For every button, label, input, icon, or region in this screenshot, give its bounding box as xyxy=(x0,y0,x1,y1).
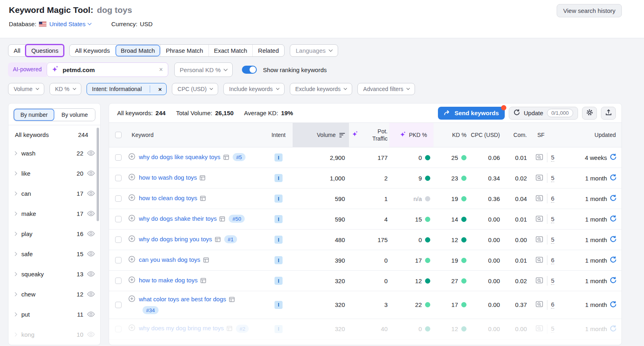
serp-preview-icon[interactable] xyxy=(536,277,543,285)
refresh-icon[interactable] xyxy=(610,256,617,264)
eye-icon[interactable] xyxy=(87,231,95,236)
refresh-icon[interactable] xyxy=(610,215,617,223)
filter-button[interactable]: Volume xyxy=(8,83,44,95)
ranking-position-badge[interactable]: #1 xyxy=(224,235,237,243)
tab[interactable]: All Keywords xyxy=(70,45,115,56)
eye-icon[interactable] xyxy=(87,271,95,277)
serp-features-icon[interactable] xyxy=(219,216,225,223)
serp-preview-icon[interactable] xyxy=(536,215,543,223)
intent-badge[interactable]: I xyxy=(275,215,283,223)
eye-icon[interactable] xyxy=(87,191,95,196)
keyword-link[interactable]: how to wash dog toys xyxy=(139,174,197,181)
row-checkbox[interactable] xyxy=(115,236,122,243)
column-pot-traffic[interactable]: Pot. Traffic xyxy=(349,123,389,147)
filter-button[interactable]: Include keywords xyxy=(223,83,284,95)
add-keyword-icon[interactable] xyxy=(128,256,135,264)
column-sf[interactable]: SF xyxy=(534,123,564,147)
serp-features-count[interactable]: 5 xyxy=(551,325,554,333)
serp-preview-icon[interactable] xyxy=(536,154,543,162)
keyword-link[interactable]: how to clean dog toys xyxy=(139,195,197,201)
serp-features-count[interactable]: 5 xyxy=(551,154,554,162)
all-keywords-row[interactable]: All keywords 244 xyxy=(8,125,100,143)
row-checkbox[interactable] xyxy=(115,216,122,222)
database-selector[interactable]: United States xyxy=(39,21,91,27)
row-checkbox[interactable] xyxy=(115,326,122,332)
send-keywords-button[interactable]: Send keywords xyxy=(438,107,505,120)
sidebar-scrollbar[interactable] xyxy=(97,128,99,221)
serp-features-count[interactable]: 5 xyxy=(551,174,554,182)
add-keyword-icon[interactable] xyxy=(128,276,135,284)
column-volume[interactable]: Volume xyxy=(293,123,349,147)
select-all-checkbox[interactable] xyxy=(115,132,122,138)
row-checkbox[interactable] xyxy=(115,278,122,284)
tab[interactable]: Broad Match xyxy=(115,45,160,56)
intent-badge[interactable]: I xyxy=(275,153,283,162)
tab[interactable]: All xyxy=(8,45,26,56)
intent-badge[interactable]: I xyxy=(275,325,283,333)
remove-filter-icon[interactable]: × xyxy=(154,86,166,93)
keyword-group-row[interactable]: play 16 xyxy=(8,224,100,244)
keyword-group-row[interactable]: like 20 xyxy=(8,163,100,183)
row-checkbox[interactable] xyxy=(115,195,122,202)
eye-icon[interactable] xyxy=(87,251,95,257)
update-button[interactable]: Update 0/1,000 xyxy=(509,107,578,120)
keyword-group-row[interactable]: make 17 xyxy=(8,203,100,224)
keyword-group-row[interactable]: safe 15 xyxy=(8,244,100,264)
row-checkbox[interactable] xyxy=(115,154,122,161)
intent-badge[interactable]: I xyxy=(275,195,283,203)
tab[interactable]: Exact Match xyxy=(208,45,253,56)
serp-preview-icon[interactable] xyxy=(536,174,543,182)
refresh-icon[interactable] xyxy=(610,236,617,244)
keyword-link[interactable]: can you wash dog toys xyxy=(139,256,200,263)
serp-preview-icon[interactable] xyxy=(536,257,543,264)
sort-by-number-button[interactable]: By number xyxy=(14,109,54,121)
keyword-group-row[interactable]: squeaky 13 xyxy=(8,264,100,284)
refresh-icon[interactable] xyxy=(610,153,617,162)
eye-icon[interactable] xyxy=(87,331,95,337)
serp-features-icon[interactable] xyxy=(229,296,235,303)
serp-features-icon[interactable] xyxy=(215,236,221,243)
keyword-group-row[interactable]: kong 10 xyxy=(8,324,100,344)
serp-preview-icon[interactable] xyxy=(536,301,543,309)
refresh-icon[interactable] xyxy=(610,277,617,285)
keyword-group-row[interactable]: chew 12 xyxy=(8,284,100,304)
eye-icon[interactable] xyxy=(87,291,95,297)
add-keyword-icon[interactable] xyxy=(128,153,135,161)
refresh-icon[interactable] xyxy=(610,301,617,309)
intent-badge[interactable]: I xyxy=(275,236,283,244)
filter-button[interactable]: Advanced filters xyxy=(357,83,415,95)
filter-button[interactable]: Intent: Informational × xyxy=(87,83,167,95)
column-com[interactable]: Com. xyxy=(508,123,534,147)
column-intent[interactable]: Intent xyxy=(264,123,293,147)
eye-icon[interactable] xyxy=(87,150,95,156)
intent-badge[interactable]: I xyxy=(275,277,283,285)
row-checkbox[interactable] xyxy=(115,175,122,181)
intent-badge[interactable]: I xyxy=(275,301,283,309)
keyword-link[interactable]: why do dogs like squeaky toys xyxy=(139,153,221,160)
show-ranking-keywords-toggle[interactable] xyxy=(242,66,257,74)
keyword-group-row[interactable]: wash 22 xyxy=(8,143,100,163)
column-cpc[interactable]: CPC (USD) xyxy=(470,123,508,147)
tab[interactable]: Related xyxy=(252,45,284,56)
serp-features-icon[interactable] xyxy=(223,154,229,161)
clear-input-icon[interactable]: × xyxy=(157,66,163,73)
add-keyword-icon[interactable] xyxy=(128,215,135,223)
serp-features-icon[interactable] xyxy=(227,325,232,332)
intent-badge[interactable]: I xyxy=(275,256,283,264)
add-keyword-icon[interactable] xyxy=(128,324,135,332)
ranking-position-badge[interactable]: #50 xyxy=(229,215,245,223)
serp-preview-icon[interactable] xyxy=(536,325,543,333)
serp-features-icon[interactable] xyxy=(200,195,206,202)
sort-by-volume-button[interactable]: By volume xyxy=(54,109,95,121)
eye-icon[interactable] xyxy=(87,211,95,216)
add-keyword-icon[interactable] xyxy=(128,295,135,303)
languages-dropdown[interactable]: Languages xyxy=(290,44,338,57)
eye-icon[interactable] xyxy=(87,311,95,317)
intent-badge[interactable]: I xyxy=(275,174,283,182)
add-keyword-icon[interactable] xyxy=(128,194,135,202)
filter-button[interactable]: Exclude keywords xyxy=(290,83,353,95)
serp-features-icon[interactable] xyxy=(203,257,209,264)
keyword-link[interactable]: how to make dog toys xyxy=(139,277,198,284)
keyword-link[interactable]: what color toys are best for dogs xyxy=(139,296,226,302)
row-checkbox[interactable] xyxy=(115,257,122,263)
